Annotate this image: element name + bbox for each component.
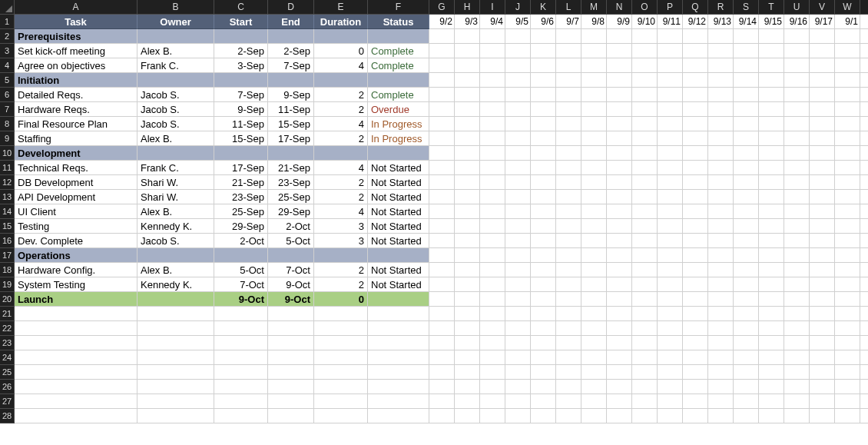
gantt-cell-17-6[interactable]	[581, 248, 607, 263]
gantt-cell-9-10[interactable]	[683, 131, 708, 146]
gantt-cell-13-16[interactable]	[835, 190, 860, 204]
gantt-cell-24-13[interactable]	[759, 350, 784, 365]
gantt-cell-23-17[interactable]	[860, 336, 868, 350]
cell-B-26[interactable]	[137, 380, 214, 394]
gantt-cell-15-15[interactable]	[810, 219, 835, 234]
col-header-K[interactable]: K	[531, 0, 556, 15]
end-cell-13[interactable]: 25-Sep	[268, 190, 314, 204]
gantt-cell-5-5[interactable]	[556, 73, 581, 88]
gantt-cell-15-17[interactable]	[860, 219, 868, 234]
gantt-cell-3-6[interactable]	[581, 44, 607, 58]
gantt-cell-7-10[interactable]	[683, 102, 708, 117]
gantt-cell-24-4[interactable]	[531, 350, 556, 365]
gantt-cell-14-17[interactable]	[860, 204, 868, 219]
gantt-cell-16-4[interactable]	[531, 234, 556, 248]
gantt-cell-6-17[interactable]	[860, 88, 868, 102]
row-header-16[interactable]: 16	[0, 234, 15, 248]
gantt-cell-5-10[interactable]	[683, 73, 708, 88]
date-col-16[interactable]: 9/1	[835, 15, 860, 29]
task-cell-11[interactable]: Technical Reqs.	[15, 161, 137, 175]
gantt-cell-4-3[interactable]	[505, 58, 531, 73]
gantt-cell-16-9[interactable]	[658, 234, 683, 248]
gantt-cell-19-4[interactable]	[531, 277, 556, 292]
gantt-cell-23-0[interactable]	[429, 336, 455, 350]
gantt-cell-15-6[interactable]	[581, 219, 607, 234]
gantt-cell-27-9[interactable]	[658, 394, 683, 409]
gantt-cell-19-1[interactable]	[455, 277, 480, 292]
gantt-cell-24-5[interactable]	[556, 350, 581, 365]
gantt-cell-16-15[interactable]	[810, 234, 835, 248]
status-cell-7[interactable]: Overdue	[368, 102, 429, 117]
section-duration-2[interactable]	[314, 29, 368, 44]
gantt-cell-12-2[interactable]	[480, 175, 505, 190]
gantt-cell-7-14[interactable]	[784, 102, 810, 117]
col-header-E[interactable]: E	[314, 0, 368, 15]
gantt-cell-17-14[interactable]	[784, 248, 810, 263]
duration-cell-13[interactable]: 2	[314, 190, 368, 204]
cell-D-23[interactable]	[268, 336, 314, 350]
gantt-cell-7-8[interactable]	[632, 102, 658, 117]
gantt-cell-28-9[interactable]	[658, 409, 683, 423]
cell-overflow[interactable]	[860, 15, 868, 29]
gantt-cell-28-14[interactable]	[784, 409, 810, 423]
row-header-19[interactable]: 19	[0, 277, 15, 292]
gantt-cell-23-9[interactable]	[658, 336, 683, 350]
duration-cell-3[interactable]: 0	[314, 44, 368, 58]
section-end-17[interactable]	[268, 248, 314, 263]
end-cell-8[interactable]: 15-Sep	[268, 117, 314, 131]
gantt-cell-22-4[interactable]	[531, 321, 556, 336]
header-status[interactable]: Status	[368, 15, 429, 29]
gantt-cell-13-2[interactable]	[480, 190, 505, 204]
duration-cell-6[interactable]: 2	[314, 88, 368, 102]
gantt-cell-12-12[interactable]	[734, 175, 759, 190]
gantt-cell-20-1[interactable]	[455, 292, 480, 307]
date-col-11[interactable]: 9/13	[708, 15, 734, 29]
gantt-cell-16-3[interactable]	[505, 234, 531, 248]
cell-F-27[interactable]	[368, 394, 429, 409]
gantt-cell-21-2[interactable]	[480, 307, 505, 321]
gantt-cell-14-1[interactable]	[455, 204, 480, 219]
gantt-cell-26-0[interactable]	[429, 380, 455, 394]
gantt-cell-6-15[interactable]	[810, 88, 835, 102]
gantt-cell-10-13[interactable]	[759, 146, 784, 161]
gantt-cell-4-8[interactable]	[632, 58, 658, 73]
gantt-cell-15-3[interactable]	[505, 219, 531, 234]
cell-E-27[interactable]	[314, 394, 368, 409]
gantt-cell-15-2[interactable]	[480, 219, 505, 234]
gantt-cell-2-16[interactable]	[835, 29, 860, 44]
cell-A-26[interactable]	[15, 380, 137, 394]
gantt-cell-18-4[interactable]	[531, 263, 556, 277]
gantt-cell-26-11[interactable]	[708, 380, 734, 394]
gantt-cell-6-7[interactable]	[607, 88, 632, 102]
cell-B-23[interactable]	[137, 336, 214, 350]
gantt-cell-17-1[interactable]	[455, 248, 480, 263]
gantt-cell-23-7[interactable]	[607, 336, 632, 350]
status-cell-19[interactable]: Not Started	[368, 277, 429, 292]
gantt-cell-5-13[interactable]	[759, 73, 784, 88]
end-cell-14[interactable]: 29-Sep	[268, 204, 314, 219]
gantt-cell-28-13[interactable]	[759, 409, 784, 423]
gantt-cell-22-7[interactable]	[607, 321, 632, 336]
gantt-cell-6-16[interactable]	[835, 88, 860, 102]
gantt-cell-21-16[interactable]	[835, 307, 860, 321]
cell-F-22[interactable]	[368, 321, 429, 336]
gantt-cell-9-17[interactable]	[860, 131, 868, 146]
gantt-cell-20-4[interactable]	[531, 292, 556, 307]
gantt-cell-8-14[interactable]	[784, 117, 810, 131]
gantt-cell-4-13[interactable]	[759, 58, 784, 73]
gantt-cell-9-13[interactable]	[759, 131, 784, 146]
gantt-cell-7-3[interactable]	[505, 102, 531, 117]
gantt-cell-18-9[interactable]	[658, 263, 683, 277]
gantt-cell-14-10[interactable]	[683, 204, 708, 219]
gantt-cell-25-6[interactable]	[581, 365, 607, 380]
gantt-cell-5-6[interactable]	[581, 73, 607, 88]
gantt-cell-3-9[interactable]	[658, 44, 683, 58]
gantt-cell-11-1[interactable]	[455, 161, 480, 175]
gantt-cell-18-12[interactable]	[734, 263, 759, 277]
gantt-cell-10-17[interactable]	[860, 146, 868, 161]
end-cell-6[interactable]: 9-Sep	[268, 88, 314, 102]
gantt-cell-28-7[interactable]	[607, 409, 632, 423]
status-cell-6[interactable]: Complete	[368, 88, 429, 102]
gantt-cell-4-16[interactable]	[835, 58, 860, 73]
gantt-cell-6-0[interactable]	[429, 88, 455, 102]
